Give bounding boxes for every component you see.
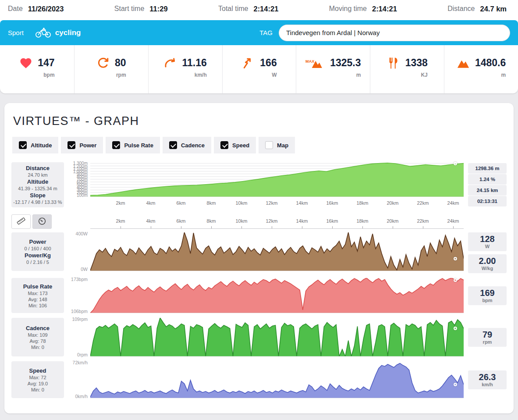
toggle-altitude[interactable]: Altitude bbox=[12, 137, 58, 153]
cursor-dot bbox=[454, 327, 457, 330]
powerkg-current: 2.00 W/kg bbox=[468, 254, 507, 273]
stat-unit: bpm bbox=[43, 72, 54, 78]
altitude-chart[interactable]: 100m200m300m400m500m600m700m800m900m1,00… bbox=[90, 162, 464, 197]
ruler-tick-label: 8km bbox=[207, 218, 216, 224]
gauge-tool-button[interactable] bbox=[32, 214, 52, 229]
x-tick-label: 2km bbox=[116, 200, 125, 206]
speed-readout-col: 26.3 km/h bbox=[468, 361, 507, 398]
info-value: 24.7 km bbox=[480, 5, 507, 13]
tag-input[interactable] bbox=[279, 25, 510, 41]
x-tick-label: 18km bbox=[356, 200, 368, 206]
slope-value: -12.17 / 4.98 / 13.33 % bbox=[12, 199, 63, 205]
stat-value: 1325.3 bbox=[330, 57, 361, 69]
speed-chart[interactable]: 72km/h 0km/h bbox=[90, 361, 464, 398]
stats-row: 147bpm80rpm11.16km/h166WMAX1325.3m1338KJ… bbox=[0, 45, 518, 93]
ruler-tick bbox=[121, 226, 121, 228]
ruler-tick-label: 14km bbox=[296, 218, 308, 224]
x-tick-label: 24km bbox=[447, 200, 459, 206]
toggle-pulse-rate[interactable]: Pulse Rate bbox=[106, 137, 160, 153]
altitude-readouts: 1298.36 m1.24 %24.15 km02:13:31 bbox=[468, 162, 507, 207]
toggle-cadence[interactable]: Cadence bbox=[163, 137, 211, 153]
info-total-time: Total time2:14:21 bbox=[218, 5, 278, 13]
y-max-label: 173bpm bbox=[71, 277, 88, 282]
pulse-current: 169 bpm bbox=[468, 286, 507, 305]
stat-unit: KJ bbox=[421, 72, 427, 78]
altitude-value: 41.39 - 1325.34 m bbox=[12, 186, 63, 191]
stat-unit: km/h bbox=[195, 72, 207, 78]
speed-row: Speed Max: 72 Avg: 19.0 Min: 0 72km/h 0k… bbox=[11, 361, 507, 398]
cycling-icon bbox=[35, 27, 52, 39]
x-tick-label: 14km bbox=[296, 200, 308, 206]
ruler-tick bbox=[181, 226, 181, 228]
graph-card: VIRTUES™ - GRAPH AltitudePowerPulse Rate… bbox=[4, 103, 514, 413]
info-label: Total time bbox=[218, 5, 248, 13]
y-min-label: 106bpm bbox=[71, 309, 88, 314]
checkbox-icon[interactable] bbox=[112, 141, 120, 149]
cadence-row: Cadence Max: 109 Avg: 78 Min: 0 109rpm 0… bbox=[11, 318, 507, 356]
toggle-power[interactable]: Power bbox=[61, 137, 103, 153]
toggle-label: Altitude bbox=[31, 142, 52, 149]
heart-icon bbox=[19, 57, 32, 70]
y-min-label: 0rpm bbox=[77, 352, 88, 357]
speed-min: Min: 0 bbox=[12, 387, 63, 392]
pulse-min: Min: 106 bbox=[12, 303, 63, 308]
info-value: 11/26/2023 bbox=[28, 5, 64, 13]
sport-label: Sport bbox=[8, 29, 24, 36]
ruler-tool-button[interactable] bbox=[11, 214, 31, 229]
stat-unit: m bbox=[356, 72, 361, 78]
cadence-chart[interactable]: 109rpm 0rpm bbox=[90, 318, 464, 356]
x-tick-label: 12km bbox=[266, 200, 277, 206]
stat-m: 1480.6m bbox=[444, 45, 518, 93]
stat-kj: 1338KJ bbox=[370, 45, 444, 93]
altitude-readout: 1298.36 m bbox=[468, 163, 507, 174]
ruler-tick-label: 20km bbox=[387, 218, 398, 224]
cadence-readout-col: 79 rpm bbox=[468, 318, 507, 356]
ascent-icon bbox=[457, 57, 470, 70]
power-chart[interactable]: 400W 0W bbox=[90, 232, 464, 271]
distance-ruler[interactable]: 2km4km6km8km10km12km14km16km18km20km22km… bbox=[90, 217, 464, 229]
checkbox-icon[interactable] bbox=[220, 141, 228, 149]
x-tick-label: 10km bbox=[235, 200, 247, 206]
info-moving-time: Moving time2:14:21 bbox=[329, 5, 397, 13]
cursor-dot bbox=[454, 257, 457, 260]
altitude-readout: 02:13:31 bbox=[468, 196, 507, 206]
toggle-map[interactable]: Map bbox=[259, 137, 295, 153]
pulse-avg: Avg: 148 bbox=[12, 297, 63, 302]
powerkg-range: 0 / 2.16 / 5 bbox=[12, 260, 63, 265]
info-value: 11:29 bbox=[149, 5, 167, 13]
y-max-label: 72km/h bbox=[73, 360, 88, 365]
cursor-dot bbox=[454, 383, 457, 386]
cadence-max: Max: 109 bbox=[12, 332, 63, 338]
ruler-tick-label: 12km bbox=[266, 218, 277, 224]
distance-label: Distance bbox=[12, 165, 63, 171]
info-distance: Distance24.7 km bbox=[447, 5, 507, 13]
ruler-tick bbox=[423, 226, 423, 228]
checkbox-icon[interactable] bbox=[169, 141, 177, 149]
checkbox-icon[interactable] bbox=[67, 141, 75, 149]
ruler-tick-label: 4km bbox=[146, 218, 156, 224]
info-label: Moving time bbox=[329, 5, 367, 13]
distance-value: 24.70 km bbox=[12, 172, 63, 178]
section-title: VIRTUES™ - GRAPH bbox=[11, 103, 507, 137]
speed-max: Max: 72 bbox=[12, 375, 63, 380]
sport-selector[interactable]: cycling bbox=[35, 27, 81, 39]
cadence-stats-panel: Cadence Max: 109 Avg: 78 Min: 0 bbox=[11, 318, 64, 356]
pulse-stats-panel: Pulse Rate Max: 173 Avg: 148 Min: 106 bbox=[11, 278, 64, 313]
series-toggles: AltitudePowerPulse RateCadenceSpeedMap bbox=[11, 137, 507, 153]
stat-km-h: 11.16km/h bbox=[148, 45, 222, 93]
ruler-icon bbox=[16, 216, 26, 227]
power-stats-panel: Power 0 / 160 / 400 Power/Kg 0 / 2.16 / … bbox=[11, 232, 64, 271]
checkbox-icon[interactable] bbox=[265, 141, 273, 149]
x-tick-label: 16km bbox=[326, 200, 338, 206]
power-range: 0 / 160 / 400 bbox=[12, 246, 63, 251]
checkbox-icon[interactable] bbox=[19, 141, 27, 149]
top-info-bar: Date11/26/2023Start time11:29Total time2… bbox=[0, 0, 518, 20]
pulse-chart[interactable]: 173bpm 106bpm bbox=[90, 278, 464, 313]
cursor-dot bbox=[454, 162, 457, 165]
toggle-label: Pulse Rate bbox=[124, 142, 153, 149]
gauge-icon bbox=[37, 216, 47, 227]
pulse-readout-col: 169 bpm bbox=[468, 278, 507, 313]
y-max-label: 109rpm bbox=[72, 317, 88, 322]
pulse-title: Pulse Rate bbox=[12, 283, 63, 290]
toggle-speed[interactable]: Speed bbox=[214, 137, 256, 153]
